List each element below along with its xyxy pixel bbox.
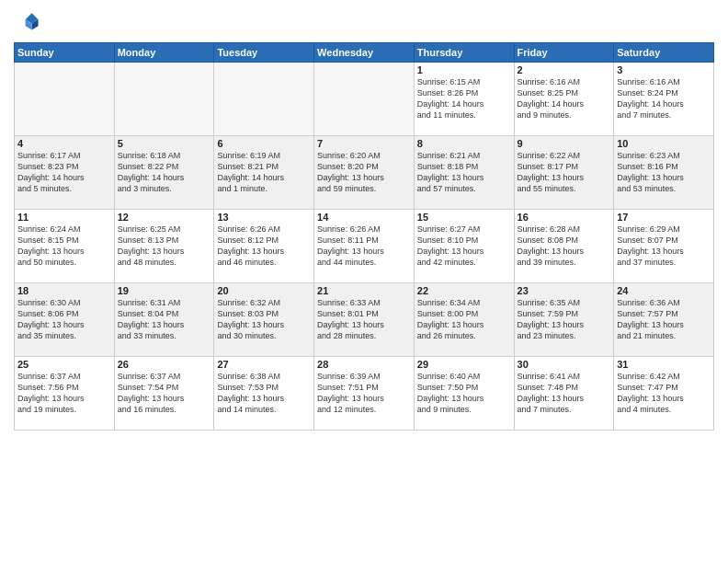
calendar-cell: 24Sunrise: 6:36 AM Sunset: 7:57 PM Dayli… (614, 283, 714, 357)
weekday-header-wednesday: Wednesday (314, 43, 415, 63)
day-number: 11 (17, 212, 111, 223)
day-number: 9 (518, 138, 611, 149)
day-number: 31 (617, 359, 711, 370)
calendar-cell: 2Sunrise: 6:16 AM Sunset: 8:25 PM Daylig… (514, 63, 614, 136)
day-info: Sunrise: 6:30 AM Sunset: 8:06 PM Dayligh… (17, 297, 111, 342)
calendar-cell: 28Sunrise: 6:39 AM Sunset: 7:51 PM Dayli… (314, 357, 415, 431)
weekday-header-saturday: Saturday (614, 43, 714, 63)
calendar-cell: 29Sunrise: 6:40 AM Sunset: 7:50 PM Dayli… (414, 357, 514, 431)
day-info: Sunrise: 6:20 AM Sunset: 8:20 PM Dayligh… (317, 150, 411, 195)
day-info: Sunrise: 6:38 AM Sunset: 7:53 PM Dayligh… (217, 371, 311, 416)
day-info: Sunrise: 6:16 AM Sunset: 8:25 PM Dayligh… (518, 76, 611, 121)
logo (14, 9, 43, 35)
day-number: 24 (617, 285, 711, 296)
day-info: Sunrise: 6:32 AM Sunset: 8:03 PM Dayligh… (217, 297, 311, 342)
calendar-cell: 4Sunrise: 6:17 AM Sunset: 8:23 PM Daylig… (15, 136, 115, 210)
day-info: Sunrise: 6:39 AM Sunset: 7:51 PM Dayligh… (317, 371, 411, 416)
week-row-4: 25Sunrise: 6:37 AM Sunset: 7:56 PM Dayli… (15, 357, 714, 431)
header (14, 9, 714, 35)
day-number: 16 (518, 212, 611, 223)
calendar-cell: 1Sunrise: 6:15 AM Sunset: 8:26 PM Daylig… (414, 63, 514, 136)
calendar-cell: 30Sunrise: 6:41 AM Sunset: 7:48 PM Dayli… (514, 357, 614, 431)
week-row-0: 1Sunrise: 6:15 AM Sunset: 8:26 PM Daylig… (15, 63, 714, 136)
calendar-cell: 8Sunrise: 6:21 AM Sunset: 8:18 PM Daylig… (414, 136, 514, 210)
calendar-cell: 9Sunrise: 6:22 AM Sunset: 8:17 PM Daylig… (514, 136, 614, 210)
calendar-cell (314, 63, 415, 136)
calendar-cell: 10Sunrise: 6:23 AM Sunset: 8:16 PM Dayli… (614, 136, 714, 210)
day-number: 8 (417, 138, 511, 149)
logo-icon (14, 9, 40, 35)
day-info: Sunrise: 6:16 AM Sunset: 8:24 PM Dayligh… (617, 76, 711, 121)
calendar-cell: 22Sunrise: 6:34 AM Sunset: 8:00 PM Dayli… (414, 283, 514, 357)
day-number: 25 (17, 359, 111, 370)
day-info: Sunrise: 6:36 AM Sunset: 7:57 PM Dayligh… (617, 297, 711, 342)
day-number: 3 (617, 64, 711, 75)
calendar-cell: 18Sunrise: 6:30 AM Sunset: 8:06 PM Dayli… (15, 283, 115, 357)
calendar-cell: 26Sunrise: 6:37 AM Sunset: 7:54 PM Dayli… (114, 357, 214, 431)
weekday-header-row: SundayMondayTuesdayWednesdayThursdayFrid… (15, 43, 714, 63)
day-number: 28 (317, 359, 411, 370)
week-row-2: 11Sunrise: 6:24 AM Sunset: 8:15 PM Dayli… (15, 210, 714, 283)
calendar: SundayMondayTuesdayWednesdayThursdayFrid… (14, 42, 714, 431)
day-number: 5 (118, 138, 211, 149)
day-info: Sunrise: 6:37 AM Sunset: 7:56 PM Dayligh… (17, 371, 111, 416)
calendar-cell (114, 63, 214, 136)
calendar-cell: 5Sunrise: 6:18 AM Sunset: 8:22 PM Daylig… (114, 136, 214, 210)
calendar-cell: 17Sunrise: 6:29 AM Sunset: 8:07 PM Dayli… (614, 210, 714, 283)
calendar-cell: 16Sunrise: 6:28 AM Sunset: 8:08 PM Dayli… (514, 210, 614, 283)
day-info: Sunrise: 6:18 AM Sunset: 8:22 PM Dayligh… (118, 150, 211, 195)
day-info: Sunrise: 6:33 AM Sunset: 8:01 PM Dayligh… (317, 297, 411, 342)
day-number: 1 (417, 64, 511, 75)
day-number: 19 (118, 285, 211, 296)
day-number: 10 (617, 138, 711, 149)
day-number: 20 (217, 285, 311, 296)
calendar-cell (15, 63, 115, 136)
calendar-cell: 7Sunrise: 6:20 AM Sunset: 8:20 PM Daylig… (314, 136, 415, 210)
calendar-cell: 23Sunrise: 6:35 AM Sunset: 7:59 PM Dayli… (514, 283, 614, 357)
day-number: 22 (417, 285, 511, 296)
day-number: 26 (118, 359, 211, 370)
day-info: Sunrise: 6:23 AM Sunset: 8:16 PM Dayligh… (617, 150, 711, 195)
calendar-cell (214, 63, 314, 136)
calendar-cell: 12Sunrise: 6:25 AM Sunset: 8:13 PM Dayli… (114, 210, 214, 283)
day-info: Sunrise: 6:24 AM Sunset: 8:15 PM Dayligh… (17, 224, 111, 269)
calendar-cell: 19Sunrise: 6:31 AM Sunset: 8:04 PM Dayli… (114, 283, 214, 357)
day-number: 23 (518, 285, 611, 296)
weekday-header-sunday: Sunday (15, 43, 115, 63)
day-info: Sunrise: 6:34 AM Sunset: 8:00 PM Dayligh… (417, 297, 511, 342)
day-number: 14 (317, 212, 411, 223)
day-info: Sunrise: 6:40 AM Sunset: 7:50 PM Dayligh… (417, 371, 511, 416)
weekday-header-friday: Friday (514, 43, 614, 63)
day-info: Sunrise: 6:27 AM Sunset: 8:10 PM Dayligh… (417, 224, 511, 269)
day-info: Sunrise: 6:41 AM Sunset: 7:48 PM Dayligh… (518, 371, 611, 416)
day-info: Sunrise: 6:37 AM Sunset: 7:54 PM Dayligh… (118, 371, 211, 416)
calendar-cell: 13Sunrise: 6:26 AM Sunset: 8:12 PM Dayli… (214, 210, 314, 283)
day-number: 4 (17, 138, 111, 149)
day-info: Sunrise: 6:29 AM Sunset: 8:07 PM Dayligh… (617, 224, 711, 269)
day-number: 18 (17, 285, 111, 296)
calendar-cell: 25Sunrise: 6:37 AM Sunset: 7:56 PM Dayli… (15, 357, 115, 431)
calendar-cell: 15Sunrise: 6:27 AM Sunset: 8:10 PM Dayli… (414, 210, 514, 283)
day-info: Sunrise: 6:22 AM Sunset: 8:17 PM Dayligh… (518, 150, 611, 195)
weekday-header-thursday: Thursday (414, 43, 514, 63)
day-number: 7 (317, 138, 411, 149)
day-number: 12 (118, 212, 211, 223)
day-info: Sunrise: 6:42 AM Sunset: 7:47 PM Dayligh… (617, 371, 711, 416)
day-number: 2 (518, 64, 611, 75)
day-number: 13 (217, 212, 311, 223)
day-info: Sunrise: 6:31 AM Sunset: 8:04 PM Dayligh… (118, 297, 211, 342)
calendar-cell: 20Sunrise: 6:32 AM Sunset: 8:03 PM Dayli… (214, 283, 314, 357)
day-info: Sunrise: 6:35 AM Sunset: 7:59 PM Dayligh… (518, 297, 611, 342)
day-info: Sunrise: 6:21 AM Sunset: 8:18 PM Dayligh… (417, 150, 511, 195)
day-number: 27 (217, 359, 311, 370)
day-info: Sunrise: 6:28 AM Sunset: 8:08 PM Dayligh… (518, 224, 611, 269)
calendar-cell: 31Sunrise: 6:42 AM Sunset: 7:47 PM Dayli… (614, 357, 714, 431)
day-info: Sunrise: 6:17 AM Sunset: 8:23 PM Dayligh… (17, 150, 111, 195)
calendar-cell: 27Sunrise: 6:38 AM Sunset: 7:53 PM Dayli… (214, 357, 314, 431)
day-info: Sunrise: 6:19 AM Sunset: 8:21 PM Dayligh… (217, 150, 311, 195)
calendar-cell: 3Sunrise: 6:16 AM Sunset: 8:24 PM Daylig… (614, 63, 714, 136)
calendar-cell: 21Sunrise: 6:33 AM Sunset: 8:01 PM Dayli… (314, 283, 415, 357)
week-row-3: 18Sunrise: 6:30 AM Sunset: 8:06 PM Dayli… (15, 283, 714, 357)
day-info: Sunrise: 6:26 AM Sunset: 8:11 PM Dayligh… (317, 224, 411, 269)
weekday-header-tuesday: Tuesday (214, 43, 314, 63)
